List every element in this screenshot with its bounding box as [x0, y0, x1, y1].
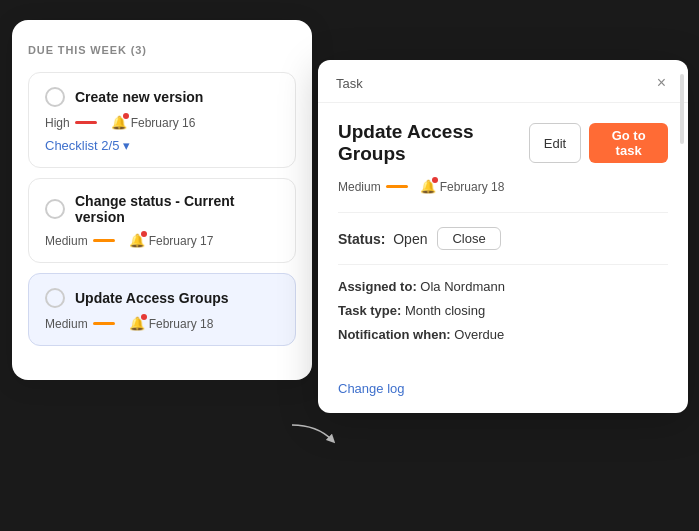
- task-type-value: Month closing: [405, 303, 485, 318]
- bell-dot-1: [123, 113, 129, 119]
- go-to-task-button[interactable]: Go to task: [589, 123, 668, 163]
- close-button[interactable]: ×: [653, 74, 670, 92]
- modal-due-date: 🔔 February 18: [420, 179, 505, 194]
- due-date-text-1: February 16: [131, 116, 196, 130]
- modal-bell-dot: [432, 177, 438, 183]
- due-date-2: 🔔 February 17: [129, 233, 214, 248]
- bell-icon-1: 🔔: [111, 115, 127, 130]
- task-card-3[interactable]: Update Access Groups Medium 🔔 February 1…: [28, 273, 296, 346]
- task-type-row: Task type: Month closing: [338, 303, 668, 318]
- status-label: Status: Open: [338, 231, 427, 247]
- change-log-link[interactable]: Change log: [338, 381, 405, 396]
- modal-status-row: Status: Open Close: [338, 227, 668, 250]
- scrollbar[interactable]: [680, 74, 684, 144]
- bell-icon-2: 🔔: [129, 233, 145, 248]
- checklist-text-1: Checklist 2/5: [45, 138, 119, 153]
- chevron-down-icon-1: ▾: [123, 138, 130, 153]
- task-type-label: Task type:: [338, 303, 401, 318]
- status-value: Open: [393, 231, 427, 247]
- modal-footer: Change log: [318, 369, 688, 413]
- bell-icon-3: 🔔: [129, 316, 145, 331]
- priority-line-2: [93, 239, 115, 242]
- due-date-text-3: February 18: [149, 317, 214, 331]
- status-label-text: Status:: [338, 231, 385, 247]
- assigned-to-value: Ola Nordmann: [420, 279, 505, 294]
- due-date-3: 🔔 February 18: [129, 316, 214, 331]
- priority-label-1: High: [45, 116, 70, 130]
- due-date-text-2: February 17: [149, 234, 214, 248]
- notification-value: Overdue: [454, 327, 504, 342]
- modal-priority-badge: Medium: [338, 180, 408, 194]
- edit-button[interactable]: Edit: [529, 123, 581, 163]
- priority-label-3: Medium: [45, 317, 88, 331]
- modal-priority-label: Medium: [338, 180, 381, 194]
- priority-badge-3: Medium: [45, 317, 115, 331]
- priority-line-1: [75, 121, 97, 124]
- divider-1: [338, 212, 668, 213]
- modal-task-title: Update Access Groups: [338, 121, 529, 165]
- priority-badge-1: High: [45, 116, 97, 130]
- priority-line-3: [93, 322, 115, 325]
- modal-task-actions: Edit Go to task: [529, 123, 668, 163]
- task-circle-1: [45, 87, 65, 107]
- notification-row: Notification when: Overdue: [338, 327, 668, 342]
- modal-due-date-text: February 18: [440, 180, 505, 194]
- notification-label: Notification when:: [338, 327, 451, 342]
- priority-label-2: Medium: [45, 234, 88, 248]
- bell-dot-3: [141, 314, 147, 320]
- priority-badge-2: Medium: [45, 234, 115, 248]
- task-title-1: Create new version: [75, 89, 203, 105]
- modal-header: Task ×: [318, 60, 688, 103]
- modal-body: Update Access Groups Edit Go to task Med…: [318, 103, 688, 369]
- task-circle-2: [45, 199, 65, 219]
- task-card-1[interactable]: Create new version High 🔔 February 16 Ch…: [28, 72, 296, 168]
- bell-dot-2: [141, 231, 147, 237]
- task-title-2: Change status - Current version: [75, 193, 279, 225]
- section-title: DUE THIS WEEK (3): [28, 44, 296, 56]
- task-card-2[interactable]: Change status - Current version Medium 🔔…: [28, 178, 296, 263]
- modal-meta: Medium 🔔 February 18: [338, 179, 668, 194]
- task-circle-3: [45, 288, 65, 308]
- task-title-3: Update Access Groups: [75, 290, 229, 306]
- modal-header-title: Task: [336, 76, 363, 91]
- checklist-link-1[interactable]: Checklist 2/5 ▾: [45, 138, 279, 153]
- arrow-connector: [292, 420, 342, 450]
- divider-2: [338, 264, 668, 265]
- left-panel: DUE THIS WEEK (3) Create new version Hig…: [12, 20, 312, 380]
- task-modal: Task × Update Access Groups Edit Go to t…: [318, 60, 688, 413]
- close-status-button[interactable]: Close: [437, 227, 500, 250]
- due-date-1: 🔔 February 16: [111, 115, 196, 130]
- modal-bell-icon: 🔔: [420, 179, 436, 194]
- modal-priority-line: [386, 185, 408, 188]
- modal-task-header: Update Access Groups Edit Go to task: [338, 121, 668, 165]
- assigned-to-row: Assigned to: Ola Nordmann: [338, 279, 668, 294]
- assigned-to-label: Assigned to:: [338, 279, 417, 294]
